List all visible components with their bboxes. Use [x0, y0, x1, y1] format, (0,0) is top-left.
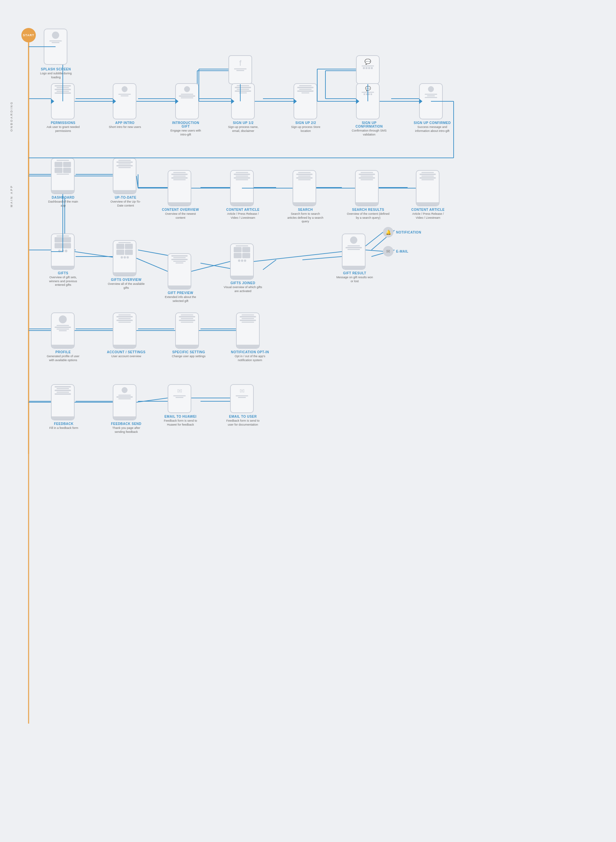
svg-line-30 — [302, 257, 342, 260]
svg-line-72 — [254, 251, 342, 262]
feedback-phone — [51, 384, 75, 420]
svg-line-69 — [75, 251, 113, 257]
svg-line-29 — [263, 260, 276, 270]
app-intro-phone — [113, 83, 136, 119]
email-user-phone: ✉ — [230, 384, 254, 413]
content-overview-label: CONTENT OVERVIEW Overview of the newest … — [161, 208, 200, 220]
permissions-phone — [51, 83, 75, 119]
intro-gift-label: INTRODUCTION GIFT Engage new users with … — [168, 121, 204, 137]
svg-line-70 — [136, 258, 168, 271]
svg-line-81 — [136, 398, 168, 402]
feedback-send-label: FEEDBACK SEND Thank you page after sendi… — [107, 422, 146, 434]
main-app-label: MAIN APP — [10, 168, 13, 207]
content-article1-phone — [230, 170, 254, 206]
svg-line-73 — [365, 232, 383, 246]
gifts-phone — [51, 234, 75, 270]
signup-confirm-label: SIGN UP CONFIRMATION Confirmation throug… — [348, 121, 390, 137]
content-overview-phone — [168, 170, 191, 206]
content-article2-label: CONTENT ARTICLE Article / Press Release … — [409, 208, 447, 220]
sms-phone: 💬 — [356, 55, 380, 84]
facebook-phone: f — [229, 55, 252, 84]
email-user-label: EMAIL TO USER Feedback form is send to u… — [223, 415, 262, 426]
start-label: START — [23, 34, 34, 37]
intro-gift-phone — [175, 83, 199, 119]
splash-label: SPLASH SCREEN Logo and subtitle during l… — [40, 68, 72, 79]
gift-preview-phone — [168, 253, 191, 289]
email-huawei-phone: ✉ — [168, 384, 191, 413]
gift-result-phone — [342, 234, 365, 270]
account-settings-phone — [113, 313, 136, 349]
specific-setting-label: SPECIFIC SETTING Change user app setting… — [169, 350, 208, 359]
up-to-date-label: UP-TO-DATE Overview of the Up-To-Date co… — [108, 196, 143, 207]
gift-preview-label: GIFT PREVIEW Extended info about the sel… — [161, 291, 200, 303]
search-label: SEARCH Search form to search articles de… — [286, 208, 325, 224]
signup-confirmed-phone — [419, 83, 443, 119]
search-results-phone — [355, 170, 379, 206]
notification-box: 🔔 NOTIFICATION — [383, 227, 421, 238]
dashboard-label: DASHBOARD Dashboard of the main app — [47, 196, 79, 207]
feedback-send-phone — [113, 384, 136, 420]
gifts-label: GIFTS Overview of gift sets, winners and… — [45, 271, 81, 287]
gift-result-label: GIFT RESULT Message on gift results won … — [335, 271, 374, 283]
gifts-joined-phone — [230, 243, 254, 279]
email-box: ✉ E-MAIL — [383, 246, 408, 257]
notification-opt-in-phone — [236, 313, 260, 349]
svg-line-71 — [191, 262, 230, 271]
search-phone — [293, 170, 316, 206]
svg-line-74 — [365, 250, 383, 251]
dashboard-phone — [51, 158, 75, 194]
signup-confirmed-label: SIGN UP CONFIRMED Success message and in… — [412, 121, 452, 133]
search-results-label: SEARCH RESULTS Overview of the content (… — [347, 208, 390, 220]
permissions-label: PERMISSIONS Ask user to grant needed per… — [45, 121, 81, 133]
svg-line-61 — [136, 176, 138, 188]
signup-confirm-phone: 💬 — [356, 83, 380, 119]
content-article1-label: CONTENT ARTICLE Article / Press Release … — [223, 208, 262, 220]
account-settings-label: ACCOUNT / SETTINGS User account overview — [107, 350, 146, 359]
content-article2-phone — [416, 170, 440, 206]
email-huawei-label: EMAIL TO HUAWEI Feedback form is send to… — [161, 415, 200, 426]
gifts-overview-label: GIFTS OVERVIEW Overview all of the avail… — [107, 278, 146, 290]
gifts-overview-phone — [113, 240, 136, 276]
start-circle: START — [21, 28, 36, 43]
signup2-phone — [293, 83, 317, 119]
feedback-label: FEEDBACK Fill in a feedback form — [46, 422, 82, 430]
signup1-phone — [231, 83, 255, 119]
splash-phone — [44, 29, 67, 65]
notification-icon: 🔔 — [383, 227, 393, 238]
signup1-label: SIGN UP 1/2 Sign-up process name, email,… — [226, 121, 261, 133]
signup2-label: SIGN UP 2/2 Sign-up process Store locati… — [288, 121, 323, 133]
app-intro-label: APP INTRO Short intro for new users — [109, 121, 141, 129]
profile-label: PROFILE Generated profile of user with a… — [45, 350, 81, 362]
notification-opt-in-label: NOTIFICATION OPT-IN Opt in / out of the … — [229, 350, 271, 362]
profile-phone — [51, 313, 75, 349]
onboarding-label: ONBOARDING — [10, 92, 13, 132]
gifts-joined-label: GIFTS JOINED Visual overview of which gi… — [223, 281, 262, 293]
specific-setting-phone — [175, 313, 199, 349]
up-to-date-phone — [113, 158, 136, 194]
email-icon: ✉ — [383, 246, 393, 257]
